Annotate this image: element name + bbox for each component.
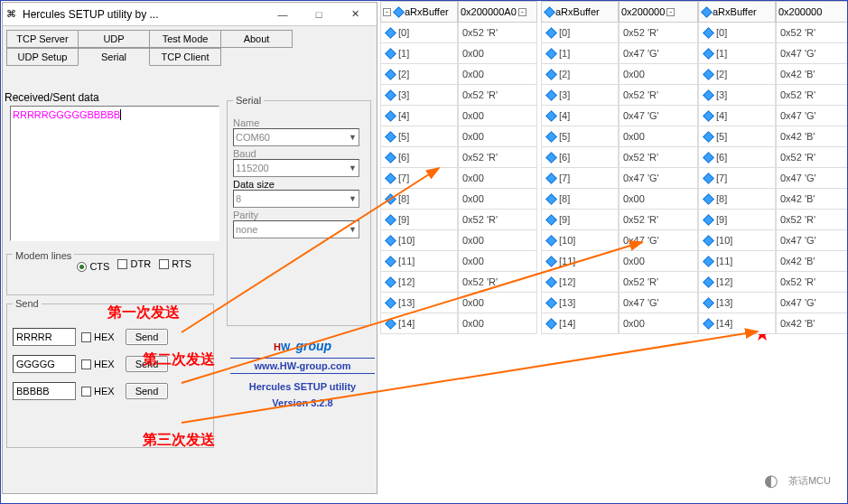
- rs-content: RRRRRGGGGGBBBBB: [13, 109, 120, 120]
- memory-row[interactable]: [4]0x00: [380, 106, 539, 126]
- mem-index: [5]: [716, 131, 727, 142]
- diamond-icon: [545, 235, 557, 247]
- memory-row[interactable]: [14]0x00: [380, 313, 539, 334]
- mem-index: [3]: [559, 89, 570, 100]
- tab-about[interactable]: About: [220, 30, 293, 48]
- mem-value: 0x00: [462, 173, 484, 183]
- cts-indicator: CTS: [77, 261, 109, 272]
- datasize-select[interactable]: 8▼: [233, 190, 359, 208]
- mem2-addr-header[interactable]: 0x200000-: [619, 1, 698, 23]
- mem-index: [10]: [559, 235, 575, 246]
- mem-value: 0x00: [462, 256, 484, 266]
- diamond-icon: [545, 276, 557, 288]
- parity-select[interactable]: none▼: [233, 220, 359, 238]
- memory-row[interactable]: [3]0x52 'R': [380, 85, 539, 106]
- memory-row[interactable]: [12]0x52 'R': [698, 272, 848, 293]
- diamond-icon: [703, 152, 714, 163]
- mem2-name-header[interactable]: aRxBuffer: [541, 1, 619, 23]
- memory-row[interactable]: [6]0x52 'R': [698, 147, 848, 168]
- mem-index: [14]: [559, 318, 575, 329]
- send-button-3[interactable]: Send: [126, 383, 169, 399]
- memory-row[interactable]: [0]0x52 'R': [380, 23, 539, 43]
- memory-row[interactable]: [3]0x52 'R': [541, 85, 700, 106]
- hex-checkbox-2[interactable]: HEX: [81, 359, 115, 369]
- memory-row[interactable]: [8]0x00: [541, 189, 700, 210]
- memory-row[interactable]: [9]0x52 'R': [698, 210, 848, 230]
- rts-checkbox[interactable]: RTS: [159, 258, 191, 269]
- memory-row[interactable]: [5]0x00: [380, 126, 539, 147]
- memory-row[interactable]: [14]0x00: [541, 313, 700, 334]
- memory-row[interactable]: [10]0x47 'G': [541, 230, 700, 251]
- memory-row[interactable]: [6]0x52 'R': [380, 147, 539, 168]
- memory-row[interactable]: [8]0x00: [380, 189, 539, 210]
- memory-row[interactable]: [1]0x47 'G': [698, 43, 848, 64]
- memory-row[interactable]: [12]0x52 'R': [541, 272, 700, 293]
- titlebar[interactable]: ⌘ Hercules SETUP utility by ... — □ ✕: [3, 3, 377, 26]
- memory-row[interactable]: [2]0x42 'B': [698, 64, 848, 85]
- memory-row[interactable]: [10]0x00: [380, 230, 539, 251]
- memory-row[interactable]: [11]0x00: [541, 251, 700, 272]
- tab-serial[interactable]: Serial: [78, 48, 150, 66]
- send-input-2[interactable]: GGGGG: [13, 355, 76, 373]
- send-input-3[interactable]: BBBBB: [13, 382, 76, 400]
- memory-row[interactable]: [5]0x00: [541, 126, 700, 147]
- memory-row[interactable]: [10]0x47 'G': [698, 230, 848, 251]
- memory-row[interactable]: [7]0x47 'G': [541, 168, 700, 189]
- dtr-checkbox[interactable]: DTR: [117, 258, 151, 269]
- memory-row[interactable]: [13]0x00: [380, 293, 539, 313]
- send-row-1: RRRRR HEX Send: [13, 328, 208, 346]
- diamond-icon: [703, 214, 714, 226]
- tab-tcp-server[interactable]: TCP Server: [6, 30, 79, 48]
- memory-row[interactable]: [4]0x47 'G': [698, 106, 848, 126]
- tab-strip: TCP Server UDP Test Mode About UDP Setup…: [6, 30, 373, 66]
- received-sent-textarea[interactable]: RRRRRGGGGGBBBBB: [10, 106, 219, 241]
- memory-row[interactable]: [7]0x00: [380, 168, 539, 189]
- memory-row[interactable]: [0]0x52 'R': [541, 23, 700, 43]
- memory-row[interactable]: [11]0x42 'B': [698, 251, 848, 272]
- memory-row[interactable]: [6]0x52 'R': [541, 147, 700, 168]
- memory-row[interactable]: [13]0x47 'G': [698, 293, 848, 313]
- tab-udp[interactable]: UDP: [78, 30, 150, 48]
- com-port-select[interactable]: COM60▼: [233, 128, 359, 146]
- serial-legend: Serial: [233, 95, 264, 106]
- tab-test-mode[interactable]: Test Mode: [149, 30, 221, 48]
- memory-row[interactable]: [0]0x52 'R': [698, 23, 848, 43]
- minimize-button[interactable]: —: [265, 4, 301, 25]
- memory-row[interactable]: [1]0x47 'G': [541, 43, 700, 64]
- memory-row[interactable]: [2]0x00: [380, 64, 539, 85]
- mem3-name-header[interactable]: aRxBuffer: [698, 1, 776, 23]
- tab-udp-setup[interactable]: UDP Setup: [6, 48, 79, 66]
- send-input-1[interactable]: RRRRR: [13, 328, 76, 346]
- memory-row[interactable]: [14]0x42 'B': [698, 313, 848, 334]
- memory-row[interactable]: [12]0x52 'R': [380, 272, 539, 293]
- hw-url[interactable]: www.HW-group.com: [230, 358, 375, 374]
- mem-index: [9]: [716, 214, 727, 225]
- hex-checkbox-1[interactable]: HEX: [81, 331, 115, 342]
- mem3-addr-header[interactable]: 0x200000: [776, 1, 848, 23]
- mem-index: [3]: [398, 89, 409, 100]
- hwgroup-logo: HW group www.HW-group.com Hercules SETUP…: [230, 332, 375, 408]
- memory-row[interactable]: [4]0x47 'G': [541, 106, 700, 126]
- memory-row[interactable]: [3]0x52 'R': [698, 85, 848, 106]
- mem1-addr-header[interactable]: 0x200000A0-: [458, 1, 537, 23]
- send-button-1[interactable]: Send: [126, 329, 169, 345]
- tab-tcp-client[interactable]: TCP Client: [149, 48, 221, 66]
- memory-row[interactable]: [11]0x00: [380, 251, 539, 272]
- maximize-button[interactable]: □: [301, 4, 337, 25]
- memory-row[interactable]: [5]0x42 'B': [698, 126, 848, 147]
- memory-row[interactable]: [7]0x47 'G': [698, 168, 848, 189]
- memory-row[interactable]: [8]0x42 'B': [698, 189, 848, 210]
- memory-row[interactable]: [1]0x00: [380, 43, 539, 64]
- hex-checkbox-3[interactable]: HEX: [81, 386, 115, 397]
- memory-row[interactable]: [9]0x52 'R': [380, 210, 539, 230]
- mem-value: 0x52 'R': [780, 89, 815, 100]
- modem-lines-fieldset: Modem lines CTS DTR RTS: [6, 254, 214, 295]
- diamond-icon: [385, 173, 396, 184]
- memory-row[interactable]: [2]0x00: [541, 64, 700, 85]
- baud-select[interactable]: 115200▼: [233, 159, 359, 177]
- memory-row[interactable]: [13]0x47 'G': [541, 293, 700, 313]
- mem1-name-header[interactable]: -aRxBuffer: [380, 1, 458, 23]
- chevron-down-icon: ▼: [349, 163, 357, 173]
- memory-row[interactable]: [9]0x52 'R': [541, 210, 700, 230]
- close-button[interactable]: ✕: [337, 4, 373, 25]
